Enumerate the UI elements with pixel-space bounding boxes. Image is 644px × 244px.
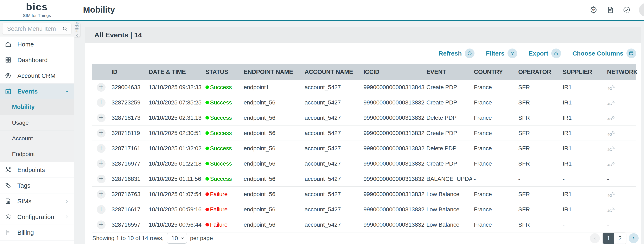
report-icon[interactable] xyxy=(606,6,614,14)
sidebar-item-tags[interactable]: Tags xyxy=(0,178,74,194)
row-country-cell: France xyxy=(472,221,516,228)
sidebar-subitem-account[interactable]: Account xyxy=(0,131,74,146)
row-iccid-cell: 9990000000000313832 xyxy=(362,221,425,228)
row-country-cell: France xyxy=(472,130,516,136)
sidebar-item-account-crm[interactable]: Account CRM xyxy=(0,68,74,84)
row-datetime-cell: 10/10/2025 02:30:51 xyxy=(147,130,204,136)
row-event-cell: Create PDP xyxy=(425,160,472,167)
expand-row-button[interactable]: + xyxy=(97,144,106,153)
col-iccid: ICCID xyxy=(362,68,425,75)
row-operator-cell: SFR xyxy=(516,160,561,167)
row-operator-cell: - xyxy=(516,176,561,182)
status-label: Success xyxy=(210,84,232,90)
page-button[interactable]: 2 xyxy=(614,233,626,244)
next-page-button[interactable] xyxy=(629,233,639,243)
export-button[interactable]: Export xyxy=(528,48,561,58)
row-event-cell: Create PDP xyxy=(425,99,472,106)
sidebar-item-home[interactable]: Home xyxy=(0,36,74,52)
network-4g-icon: 4G xyxy=(607,160,636,168)
sidebar-item-billing[interactable]: Billing xyxy=(0,225,74,240)
row-event-cell: Create PDP xyxy=(425,130,472,136)
table-body: +32900463313/10/2025 09:32:33Successendp… xyxy=(92,80,636,232)
per-page-text: per page xyxy=(190,235,213,242)
status-badge: Success xyxy=(204,114,242,121)
sidebar-subitem-mobility[interactable]: Mobility xyxy=(0,99,74,115)
page-buttons: 12 xyxy=(603,233,626,244)
row-operator-cell: SFR xyxy=(516,145,561,152)
sidebar-subitem-endpoint[interactable]: Endpoint xyxy=(0,146,74,162)
row-account-cell: account_5427 xyxy=(303,99,362,106)
panel-body: Refresh Filters xyxy=(85,43,641,244)
api-settings-icon[interactable]: API xyxy=(590,6,598,14)
search-input[interactable] xyxy=(2,23,71,34)
expand-row-button[interactable]: + xyxy=(97,114,106,122)
row-datetime-cell: 10/10/2025 00:59:16 xyxy=(147,206,204,213)
row-event-cell: Low Balance xyxy=(425,206,472,213)
status-label: Success xyxy=(210,130,232,136)
table-row: +32900463313/10/2025 09:32:33Successendp… xyxy=(92,80,636,95)
filters-button[interactable]: Filters xyxy=(486,48,517,58)
row-account-cell: account_5427 xyxy=(303,206,362,213)
row-endpoint-cell: endpoint_56 xyxy=(242,221,303,228)
row-datetime-cell: 13/10/2025 09:32:33 xyxy=(147,84,204,90)
row-datetime-cell: 10/10/2025 02:31:13 xyxy=(147,114,204,121)
row-id-cell: 328718119 xyxy=(110,130,147,136)
expand-cell: + xyxy=(92,129,110,138)
row-operator-cell: SFR xyxy=(516,84,561,90)
row-endpoint-cell: endpoint_56 xyxy=(242,99,303,106)
row-operator-cell: SFR xyxy=(516,130,561,136)
row-event-cell: BALANCE_UPDATE xyxy=(425,176,472,182)
network-4g-icon: 4G xyxy=(607,84,636,91)
sidebar-item-dashboard[interactable]: Dashboard xyxy=(0,52,74,68)
hide-label: Hide xyxy=(74,22,80,32)
expand-row-button[interactable]: + xyxy=(97,159,106,168)
main-content: All Events | 14 Refresh Filters xyxy=(74,21,644,244)
status-dot-icon xyxy=(206,208,209,211)
table-row: +32872325910/10/2025 07:35:25Successendp… xyxy=(92,95,636,110)
expand-row-button[interactable]: + xyxy=(97,83,106,92)
col-datetime: DATE & TIME xyxy=(147,68,204,75)
sidebar-item-endpoints[interactable]: Endpoints xyxy=(0,162,74,178)
expand-row-button[interactable]: + xyxy=(97,190,106,198)
sidebar-item-configuration[interactable]: Configuration xyxy=(0,209,74,225)
table-row: +32871676310/10/2025 01:07:54Failureendp… xyxy=(92,186,636,202)
sidebar-item-sims[interactable]: SIMs xyxy=(0,194,74,209)
app-window: bics SIM for Things Mobility API xyxy=(0,0,644,244)
expand-row-button[interactable]: + xyxy=(97,220,106,229)
row-event-cell: Low Balance xyxy=(425,221,472,228)
expand-row-button[interactable]: + xyxy=(97,98,106,107)
status-check-icon[interactable] xyxy=(622,6,631,14)
previous-page-button[interactable] xyxy=(590,233,600,243)
sidebar-item-label: Dashboard xyxy=(17,56,70,64)
expand-row-button[interactable]: + xyxy=(97,129,106,138)
refresh-label: Refresh xyxy=(439,50,462,57)
row-supplier-cell: IR1 xyxy=(561,114,606,121)
status-badge: Success xyxy=(204,84,242,90)
refresh-icon xyxy=(465,48,474,58)
row-datetime-cell: 10/10/2025 07:35:25 xyxy=(147,99,204,106)
svg-text:4G: 4G xyxy=(608,194,612,198)
col-id: ID xyxy=(110,68,147,75)
search-icon[interactable] xyxy=(62,26,68,32)
expand-cell: + xyxy=(92,205,110,214)
table-row: +32871683110/10/2025 01:11:56Successendp… xyxy=(92,171,636,186)
refresh-button[interactable]: Refresh xyxy=(439,48,475,58)
user-avatar[interactable]: a xyxy=(639,3,644,17)
expand-row-button[interactable]: + xyxy=(97,205,106,214)
row-country-cell: - xyxy=(472,176,516,182)
row-network-cell: 4G xyxy=(606,84,636,91)
row-endpoint-cell: endpoint_56 xyxy=(242,114,303,121)
status-label: Failure xyxy=(210,206,228,213)
choose-columns-button[interactable]: Choose Columns xyxy=(572,48,636,58)
col-network: NETWORK xyxy=(606,68,636,75)
row-endpoint-cell: endpoint1 xyxy=(242,84,303,90)
sidebar-item-events[interactable]: Events xyxy=(0,84,74,99)
sidebar-subitem-usage[interactable]: Usage xyxy=(0,115,74,131)
expand-row-button[interactable]: + xyxy=(97,175,106,183)
page-size-select[interactable]: 10 xyxy=(167,233,187,244)
row-network-cell: - xyxy=(606,221,636,228)
page-button[interactable]: 1 xyxy=(603,233,614,244)
page-size-select-wrap: 10 xyxy=(167,233,187,244)
sidebar-collapse-tab[interactable]: Hide xyxy=(74,22,80,37)
row-country-cell: France xyxy=(472,206,516,213)
